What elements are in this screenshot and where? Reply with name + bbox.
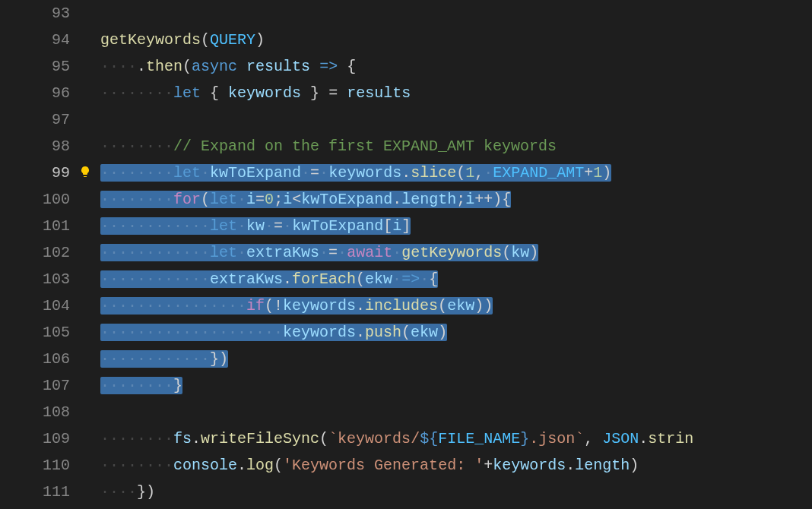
line-number: 95 xyxy=(0,53,70,80)
line-number: 109 xyxy=(0,425,70,452)
line-number: 97 xyxy=(0,106,70,133)
code-line[interactable]: ········for(let·i=0;i<kwToExpand.length;… xyxy=(100,186,812,213)
line-number: 102 xyxy=(0,239,70,266)
line-number: 96 xyxy=(0,80,70,106)
code-editor[interactable]: 93 94 95 96 97 98 99 100 101 102 103 104… xyxy=(0,0,812,509)
code-line[interactable]: ········fs.writeFileSync(`keywords/${FIL… xyxy=(100,425,812,452)
code-line[interactable] xyxy=(100,399,812,425)
line-number: 101 xyxy=(0,213,70,239)
code-line[interactable]: ············let·kw·=·kwToExpand[i] xyxy=(100,213,812,239)
token-const: QUERY xyxy=(210,31,255,49)
line-number: 104 xyxy=(0,292,70,319)
line-number: 100 xyxy=(0,186,70,213)
code-line[interactable]: ········} xyxy=(100,372,812,399)
code-line[interactable]: ················if(!keywords.includes(ek… xyxy=(100,292,812,319)
line-number: 98 xyxy=(0,133,70,160)
code-line[interactable]: ········let { keywords } = results xyxy=(100,80,812,106)
code-line[interactable]: ············}) xyxy=(100,346,812,372)
token-function: getKeywords xyxy=(100,31,201,49)
code-line[interactable]: ············extraKws.forEach(ekw·=>·{ xyxy=(100,266,812,292)
code-line[interactable]: ········let·kwToExpand·=·keywords.slice(… xyxy=(100,160,812,186)
line-number: 106 xyxy=(0,346,70,372)
code-line[interactable]: ············let·extraKws·=·await·getKeyw… xyxy=(100,239,812,266)
lightbulb-icon[interactable] xyxy=(79,166,91,178)
code-line[interactable] xyxy=(100,106,812,133)
code-line[interactable]: ····················keywords.push(ekw) xyxy=(100,319,812,346)
code-area[interactable]: getKeywords(QUERY) ····.then(async resul… xyxy=(76,0,812,505)
line-number: 107 xyxy=(0,372,70,399)
code-line[interactable] xyxy=(100,0,812,27)
code-line[interactable]: ········// Expand on the first EXPAND_AM… xyxy=(100,133,812,160)
code-line[interactable]: getKeywords(QUERY) xyxy=(100,27,812,53)
code-line[interactable]: ····}) xyxy=(100,479,812,505)
code-line[interactable]: ········console.log('Keywords Generated:… xyxy=(100,452,812,479)
line-number: 94 xyxy=(0,27,70,53)
line-number: 103 xyxy=(0,266,70,292)
line-number: 110 xyxy=(0,452,70,479)
code-line[interactable]: ····.then(async results => { xyxy=(100,53,812,80)
line-number: 111 xyxy=(0,479,70,505)
line-number: 99 xyxy=(0,160,70,186)
token-comment: // Expand on the first EXPAND_AMT keywor… xyxy=(173,138,557,155)
line-number: 105 xyxy=(0,319,70,346)
line-number: 108 xyxy=(0,399,70,425)
line-number-gutter: 93 94 95 96 97 98 99 100 101 102 103 104… xyxy=(0,0,76,509)
line-number: 93 xyxy=(0,0,70,27)
